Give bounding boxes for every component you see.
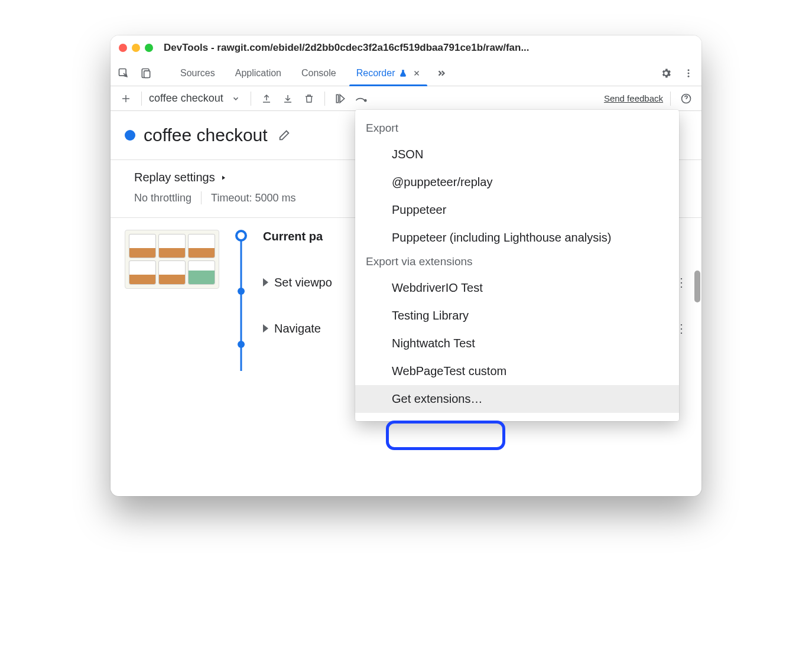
close-window-button[interactable]: [119, 44, 127, 52]
step-label: Current pa: [263, 230, 323, 243]
divider: [141, 92, 142, 106]
export-dropdown: Export JSON @puppeteer/replay Puppeteer …: [355, 110, 679, 421]
recording-selector[interactable]: coffee checkout: [149, 92, 243, 105]
maximize-window-button[interactable]: [145, 44, 153, 52]
step-over-icon[interactable]: [353, 90, 370, 107]
scrollbar-thumb[interactable]: [694, 271, 700, 302]
step-label: Navigate: [274, 322, 321, 335]
more-tabs-icon[interactable]: [433, 65, 450, 82]
import-icon[interactable]: [280, 90, 296, 107]
settings-gear-icon[interactable]: [658, 65, 674, 82]
delete-icon[interactable]: [301, 90, 317, 107]
chevron-down-icon: [232, 95, 240, 103]
tab-label: Console: [301, 68, 336, 79]
export-item-nightwatch[interactable]: Nightwatch Test: [355, 330, 679, 357]
close-tab-icon[interactable]: [413, 70, 420, 77]
devtools-tabbar: Sources Application Console Recorder: [111, 60, 701, 86]
device-toolbar-icon[interactable]: [138, 65, 154, 82]
timeout-value: Timeout: 5000 ms: [211, 192, 295, 204]
divider: [670, 92, 671, 106]
svg-point-3: [688, 69, 690, 71]
svg-point-4: [688, 72, 690, 74]
export-item-testing-library[interactable]: Testing Library: [355, 302, 679, 330]
replay-icon[interactable]: [332, 90, 349, 107]
tab-application[interactable]: Application: [228, 60, 288, 86]
send-feedback-link[interactable]: Send feedback: [604, 93, 663, 103]
flask-icon: [399, 69, 407, 77]
svg-point-7: [364, 99, 366, 101]
throttling-value: No throttling: [134, 192, 191, 204]
divider: [251, 92, 251, 106]
export-via-extensions-label: Export via extensions: [355, 252, 679, 274]
chevron-right-icon: [220, 174, 227, 181]
recorder-toolbar: coffee checkout Send feedback: [111, 86, 701, 111]
recording-dot-icon: [125, 130, 135, 141]
page-thumbnail: [125, 230, 219, 289]
export-item-puppeteer[interactable]: Puppeteer: [355, 196, 679, 224]
devtools-window: DevTools - rawgit.com/ebidel/2d2bb0cdec3…: [111, 35, 701, 496]
export-item-webdriverio[interactable]: WebdriverIO Test: [355, 274, 679, 302]
export-item-puppeteer-replay[interactable]: @puppeteer/replay: [355, 168, 679, 196]
tab-sources[interactable]: Sources: [173, 60, 222, 86]
replay-settings-label: Replay settings: [134, 171, 215, 184]
step-label: Set viewpo: [274, 276, 332, 289]
recording-selector-label: coffee checkout: [149, 92, 223, 105]
tab-label: Recorder: [356, 68, 395, 79]
export-icon[interactable]: [258, 90, 275, 107]
window-title: DevTools - rawgit.com/ebidel/2d2bb0cdec3…: [164, 42, 693, 54]
divider: [324, 92, 325, 106]
svg-point-5: [688, 75, 690, 77]
svg-rect-6: [336, 95, 338, 102]
export-item-webpagetest[interactable]: WebPageTest custom: [355, 357, 679, 385]
export-item-puppeteer-lighthouse[interactable]: Puppeteer (including Lighthouse analysis…: [355, 224, 679, 252]
chevron-right-icon: [263, 278, 268, 286]
minimize-window-button[interactable]: [132, 44, 140, 52]
export-group-label: Export: [355, 118, 679, 141]
divider: [201, 191, 202, 204]
inspect-element-icon[interactable]: [115, 65, 132, 82]
help-icon[interactable]: [678, 90, 694, 107]
traffic-lights: [119, 44, 153, 52]
tab-console[interactable]: Console: [294, 60, 343, 86]
edit-title-icon[interactable]: [276, 127, 293, 144]
tab-label: Sources: [180, 68, 215, 79]
new-recording-icon[interactable]: [118, 90, 134, 107]
export-item-json[interactable]: JSON: [355, 141, 679, 168]
svg-rect-2: [144, 70, 150, 77]
recording-title: coffee checkout: [144, 125, 268, 145]
kebab-menu-icon[interactable]: [680, 65, 697, 82]
mac-titlebar: DevTools - rawgit.com/ebidel/2d2bb0cdec3…: [111, 35, 701, 60]
export-item-get-extensions[interactable]: Get extensions…: [355, 385, 679, 413]
timeline: [232, 230, 250, 335]
tab-recorder[interactable]: Recorder: [349, 60, 427, 86]
tab-label: Application: [235, 68, 281, 79]
chevron-right-icon: [263, 324, 268, 333]
